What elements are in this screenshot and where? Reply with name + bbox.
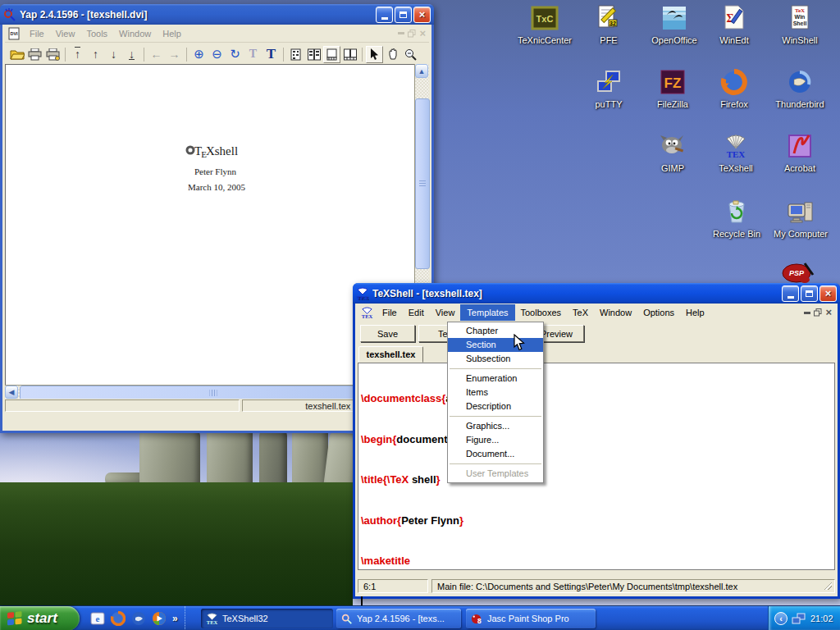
scroll-left-button[interactable]: ◀ [5,386,18,399]
open-file-icon[interactable] [8,46,25,63]
desktop-icon-filezilla[interactable]: FZ FileZilla [641,68,705,111]
magnifier-icon[interactable] [402,46,419,63]
menu-item-subsection[interactable]: Subsection [448,352,543,366]
mouse-cursor [514,334,525,351]
menu-item-figure[interactable]: Figure... [448,433,543,447]
menu-edit[interactable]: Edit [403,305,430,320]
network-status-icon[interactable] [792,613,806,625]
clock: 21:02 [810,614,833,623]
yap-titlebar[interactable]: Yap 2.4.1596 - [texshell.dvi] × [0,4,434,25]
zoom-in-icon[interactable]: ⊕ [190,46,208,63]
thumb-grip [419,180,426,188]
menu-view[interactable]: View [430,305,461,320]
tab-texshell-tex[interactable]: texshell.tex [358,346,423,363]
paint-shop-pro-desktop-icon[interactable]: PSP [780,262,816,283]
yap-close-button[interactable]: × [413,7,431,23]
start-button[interactable]: start [0,606,80,630]
desktop-icon-acrobat[interactable]: Acrobat [768,132,832,175]
menu-item-description[interactable]: Description [448,399,543,413]
dvi-author-text: Peter Flynn [194,167,236,176]
yap-menu-view[interactable]: View [50,26,81,41]
menu-item-user-templates[interactable]: User Templates [448,467,543,481]
back-icon[interactable]: ← [148,46,165,63]
hand-pan-icon[interactable] [384,46,401,63]
menu-item-chapter[interactable]: Chapter [448,324,543,338]
page-with-ruler-view-icon[interactable] [323,46,340,63]
texshell-icon: TEX [722,132,750,160]
double-page-ruler-view-icon[interactable] [341,46,358,63]
desktop-icon-my-computer[interactable]: My Computer [769,198,833,240]
mdi-restore-icon[interactable] [814,308,822,317]
menu-file[interactable]: File [377,305,403,320]
zoom-out-icon[interactable]: ⊖ [208,46,226,63]
resize-grip[interactable] [823,581,832,590]
desktop-icon-gimp[interactable]: GIMP [641,132,705,175]
desktop-icon-firefox[interactable]: Firefox [702,68,766,111]
first-page-icon[interactable]: ↑ [69,46,86,63]
taskbar-button-paint-shop-pro[interactable]: 8 Jasc Paint Shop Pro [466,609,596,628]
select-pointer-icon[interactable] [366,46,383,63]
texshell-close-button[interactable]: × [819,285,837,302]
svg-text:TeX: TeX [795,7,805,14]
refresh-icon[interactable]: ↻ [226,46,244,63]
menu-item-section[interactable]: Section [448,338,543,352]
desktop-icon-winshell[interactable]: TeXWinShell WinShell [768,4,832,47]
texshell-titlebar[interactable]: TEX TeXShell - [texshell.tex] × [353,283,840,304]
firefox-quicklaunch-icon[interactable] [111,611,126,626]
texshell-minimize-button[interactable] [782,285,799,302]
yap-menu-file[interactable]: File [24,26,50,41]
vertical-scroll-thumb[interactable] [415,98,430,269]
scroll-up-button[interactable]: ▲ [415,64,428,78]
desktop-icon-texshell[interactable]: TEX TeXshell [704,132,768,175]
desktop-icon-thunderbird[interactable]: Thunderbird [768,68,832,111]
menu-templates[interactable]: Templates [460,304,514,321]
menu-item-enumeration[interactable]: Enumeration [448,372,543,386]
desktop-icon-openoffice[interactable]: OpenOffice [642,4,706,47]
next-page-icon[interactable]: ↓ [105,46,122,63]
menu-window[interactable]: Window [594,305,637,320]
last-page-icon[interactable]: ↓ [123,46,140,63]
thunderbird-quicklaunch-icon[interactable] [131,611,146,626]
yap-minimize-button[interactable] [376,7,393,23]
yap-menu-tools[interactable]: Tools [80,26,113,41]
desktop-icon-label: puTTY [593,99,623,109]
save-button[interactable]: Save [360,325,415,342]
svg-text:32: 32 [609,21,616,26]
menu-item-document[interactable]: Document... [448,447,543,461]
desktop-icon-recycle-bin[interactable]: Recycle Bin [705,198,769,240]
menu-tex[interactable]: TeX [567,305,594,320]
yap-maximize-button[interactable] [395,7,412,23]
quick-launch-overflow-chevron[interactable]: » [172,613,178,624]
ruler-text-icon[interactable]: T [244,46,262,63]
yap-task-icon [341,613,353,624]
text-tool-icon[interactable]: T [262,46,280,63]
print-setup-icon[interactable] [44,46,62,63]
menu-toolboxes[interactable]: Toolboxes [515,305,568,320]
yap-menu-help[interactable]: Help [157,26,187,41]
menu-options[interactable]: Options [637,305,680,320]
taskbar-button-texshell32[interactable]: TEX TeXShell32 [201,609,333,628]
code-editor[interactable]: \documentclass{article} \begin{document}… [358,363,835,570]
texshell-maximize-button[interactable] [801,285,818,302]
mdi-close-icon[interactable]: × [825,307,832,317]
tray-collapse-chevron-icon[interactable]: ‹ [774,612,788,625]
desktop-icon-winedt[interactable]: Σ WinEdt [702,4,766,47]
menu-help[interactable]: Help [680,305,710,320]
print-icon[interactable] [26,46,43,63]
taskbar-button-yap[interactable]: Yap 2.4.1596 - [texs... [336,609,461,628]
recycle-bin-icon [723,198,751,226]
facing-pages-view-icon[interactable] [305,46,322,63]
single-page-view-icon[interactable] [287,46,304,63]
mdi-minimize-icon[interactable] [804,312,810,314]
previous-page-icon[interactable]: ↑ [87,46,104,63]
desktop-icon-pfe[interactable]: 32 PFE [577,4,641,47]
desktop-icon-putty[interactable]: puTTY [577,68,641,111]
internet-explorer-icon[interactable]: e [90,611,105,626]
desktop-icon-texniccenter[interactable]: TxC TeXnicCenter [513,4,577,47]
yap-menu-window[interactable]: Window [113,26,157,41]
svg-text:e: e [96,614,100,623]
media-player-icon[interactable] [152,611,167,626]
menu-item-items[interactable]: Items [448,386,543,399]
forward-icon[interactable]: → [166,46,183,63]
menu-item-graphics[interactable]: Graphics... [448,419,543,433]
